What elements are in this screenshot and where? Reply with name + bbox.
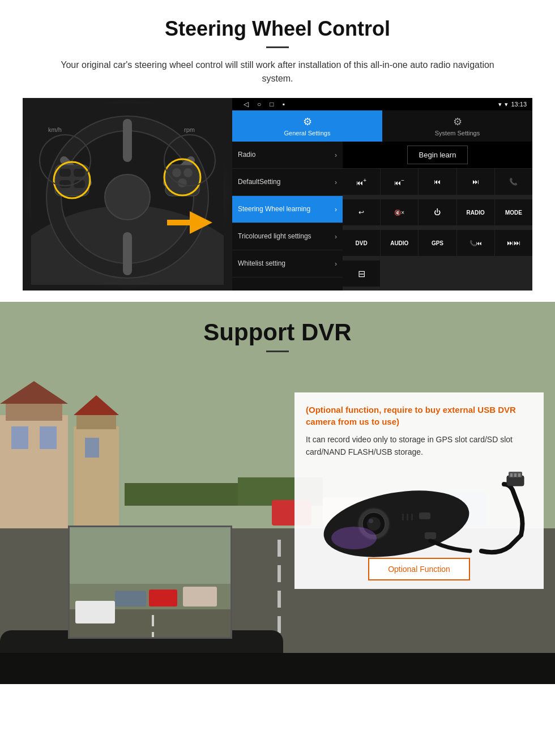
gear-icon: ⚙	[303, 116, 312, 128]
svg-rect-55	[75, 601, 115, 623]
menu-item-tricolour-label: Tricoloured light settings	[238, 232, 311, 241]
chevron-icon-5: ›	[335, 260, 337, 268]
dvr-title-area: Support DVR	[0, 319, 555, 352]
ctrl-back[interactable]: ↩	[343, 199, 380, 225]
menu-item-steering[interactable]: Steering Wheel learning ›	[232, 196, 343, 223]
wifi-icon: ▾	[505, 101, 508, 108]
svg-rect-11	[74, 169, 85, 177]
svg-rect-60	[510, 473, 513, 477]
ctrl-next[interactable]: ⏭	[457, 169, 494, 195]
menu-item-steering-label: Steering Wheel learning	[238, 205, 310, 214]
svg-rect-43	[278, 565, 281, 582]
svg-rect-54	[115, 591, 146, 606]
svg-point-8	[105, 174, 150, 220]
android-statusbar: ◁ ○ □ ▪ ▾ ▾ 13:13	[232, 98, 532, 110]
ctrl-phone-prev[interactable]: 📞⏮	[457, 230, 494, 256]
svg-rect-68	[419, 512, 430, 519]
optional-function-button[interactable]: Optional Function	[368, 558, 470, 580]
controls-panel: Begin learn ⏮+ ⏮− ⏮ ⏭ 📞 ↩ 🔇× ⏻	[343, 142, 532, 291]
svg-rect-56	[152, 615, 154, 626]
svg-rect-69	[425, 532, 436, 539]
svg-rect-27	[0, 415, 68, 528]
page-title: Steering Wheel Control	[23, 17, 532, 41]
menu-item-whitelist[interactable]: Whitelist setting ›	[232, 250, 343, 277]
svg-rect-62	[518, 473, 520, 477]
ctrl-dvd[interactable]: DVD	[343, 230, 380, 256]
dvr-title: Support DVR	[0, 319, 555, 346]
svg-point-67	[369, 519, 373, 523]
ctrl-vol-up[interactable]: ⏮+	[343, 169, 380, 195]
ctrl-gps[interactable]: GPS	[419, 230, 456, 256]
ctrl-radio[interactable]: RADIO	[457, 199, 494, 225]
ctrl-mode[interactable]: MODE	[495, 199, 532, 225]
svg-rect-53	[183, 587, 217, 606]
settings-tabs: ⚙ General Settings ⚙ System Settings	[232, 110, 532, 142]
menu-item-default[interactable]: DefaultSetting ›	[232, 169, 343, 196]
dvr-camera-illustration	[306, 467, 532, 558]
tab-general[interactable]: ⚙ General Settings	[232, 110, 382, 142]
dvr-title-divider	[266, 351, 289, 352]
menu-item-tricolour[interactable]: Tricoloured light settings ›	[232, 223, 343, 250]
svg-rect-28	[6, 404, 62, 421]
ctrl-power[interactable]: ⏻	[419, 199, 456, 225]
svg-rect-42	[278, 540, 281, 557]
chevron-icon-3: ›	[335, 206, 337, 213]
nav-home-icon: ○	[257, 100, 261, 108]
svg-rect-30	[11, 426, 28, 449]
svg-rect-12	[59, 180, 71, 188]
ctrl-mute[interactable]: 🔇×	[381, 199, 418, 225]
ctrl-extra[interactable]: ⊟	[343, 260, 380, 287]
svg-rect-57	[152, 632, 154, 639]
chevron-icon-2: ›	[335, 178, 337, 186]
ctrl-prev[interactable]: ⏮	[419, 169, 456, 195]
steering-section: Steering Wheel Control Your original car…	[0, 0, 555, 302]
menu-item-default-label: DefaultSetting	[238, 178, 280, 187]
ctrl-audio[interactable]: AUDIO	[381, 230, 418, 256]
svg-point-15	[172, 168, 181, 177]
menu-item-radio-label: Radio	[238, 151, 255, 160]
dvr-description: It can record video only to storage in G…	[306, 433, 532, 459]
section-description: Your original car's steering wheel contr…	[45, 58, 510, 86]
steering-photo-inner: km/h rpm	[23, 98, 232, 291]
begin-learn-button[interactable]: Begin learn	[407, 146, 468, 164]
svg-rect-52	[149, 590, 177, 606]
svg-rect-48	[0, 653, 555, 684]
steering-wheel-svg: km/h rpm	[31, 104, 224, 285]
ctrl-phone[interactable]: 📞	[495, 169, 532, 195]
svg-rect-71	[407, 514, 408, 520]
settings-menu-list: Radio › DefaultSetting › Steering Wheel …	[232, 142, 343, 291]
svg-text:rpm: rpm	[184, 126, 195, 133]
svg-rect-72	[411, 514, 413, 520]
svg-rect-31	[40, 426, 57, 449]
title-divider	[266, 46, 289, 48]
svg-point-73	[331, 527, 377, 549]
dvr-section: Support DVR (Optional function, require …	[0, 302, 555, 684]
tab-general-label: General Settings	[284, 130, 331, 136]
menu-item-radio[interactable]: Radio ›	[232, 142, 343, 169]
dvr-camera-svg	[306, 467, 532, 558]
svg-rect-70	[402, 514, 404, 520]
control-buttons-grid: ⏮+ ⏮− ⏮ ⏭ 📞 ↩ 🔇× ⏻ RADIO MODE DVD AUDIO	[343, 169, 532, 291]
begin-learn-row: Begin learn	[343, 142, 532, 169]
menu-item-whitelist-label: Whitelist setting	[238, 259, 285, 268]
nav-recent-icon: □	[270, 100, 274, 108]
ctrl-ff[interactable]: ⏭⏭	[495, 230, 532, 256]
svg-point-16	[183, 168, 193, 177]
clock: 13:13	[511, 101, 527, 108]
dvr-thumbnail	[68, 526, 232, 639]
menu-controls-area: Radio › DefaultSetting › Steering Wheel …	[232, 142, 532, 291]
statusbar-icons: ▾ ▾ 13:13	[498, 101, 527, 108]
nav-menu-icon: ▪	[283, 100, 285, 108]
system-icon: ⚙	[453, 116, 462, 128]
steering-demo: km/h rpm ◁ ○ □ ▪ ▾ ▾	[23, 98, 532, 291]
ctrl-vol-down[interactable]: ⏮−	[381, 169, 418, 195]
steering-photo: km/h rpm	[23, 98, 232, 291]
svg-rect-44	[278, 591, 281, 608]
svg-rect-61	[514, 473, 516, 477]
tab-system[interactable]: ⚙ System Settings	[382, 110, 532, 142]
svg-rect-10	[59, 169, 71, 177]
dvr-info-card: (Optional function, require to buy exter…	[294, 392, 544, 589]
svg-rect-33	[76, 415, 116, 429]
svg-point-66	[367, 517, 381, 531]
svg-rect-36	[125, 483, 238, 506]
